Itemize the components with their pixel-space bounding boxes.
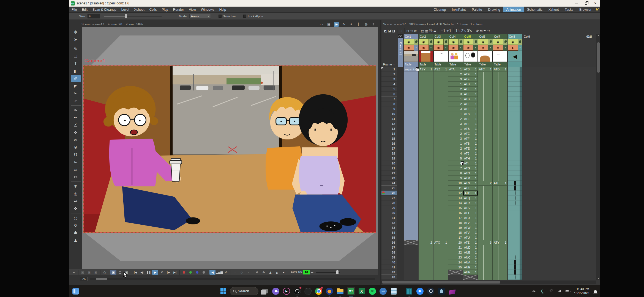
- close-sub-xsheet-icon[interactable]: ↤: [410, 29, 413, 33]
- xsheet-cell[interactable]: 19: [448, 225, 463, 230]
- frame-number-40[interactable]: 40: [381, 260, 397, 265]
- xsheet-cell[interactable]: ATB1: [463, 97, 478, 101]
- xsheet-cell[interactable]: AUA1: [463, 260, 478, 265]
- camera-view-icon[interactable]: ◉: [334, 22, 339, 27]
- save-preview-button[interactable]: ▣: [80, 270, 86, 275]
- magnet-tool[interactable]: Ω: [71, 151, 81, 158]
- fill-tool[interactable]: ◧: [71, 67, 81, 75]
- frame-number-21[interactable]: 21: [381, 166, 397, 171]
- xsheet-cell[interactable]: ATB1: [463, 141, 478, 146]
- xsheet-cell[interactable]: snipsni~: [404, 67, 418, 72]
- xsheet-cell[interactable]: ATL1: [493, 181, 507, 186]
- xsheet-cell[interactable]: ATE1: [463, 72, 478, 77]
- selective-checkbox[interactable]: [219, 15, 222, 18]
- menu-cells[interactable]: Cells: [147, 7, 159, 12]
- frame-number-9[interactable]: 9: [381, 106, 397, 111]
- frame-number-24[interactable]: 24: [381, 181, 397, 186]
- frame-number-4[interactable]: 4: [381, 82, 397, 87]
- frame-number-18[interactable]: 18: [381, 151, 397, 156]
- step-1-icon[interactable]: 1's: [455, 29, 460, 33]
- hand-tool[interactable]: ✱: [71, 229, 81, 237]
- column-menu-arrow-icon[interactable]: ▼: [429, 45, 433, 51]
- spotify-icon[interactable]: ≋: [368, 287, 376, 295]
- autorenumber-icon[interactable]: ✒: [484, 29, 486, 33]
- viewer-menu-button[interactable]: ≡: [71, 270, 77, 275]
- cell-hold[interactable]: [478, 245, 493, 280]
- column-header-col4[interactable]: Col4◉◉▼Table: [448, 34, 463, 67]
- fps-slider-knob[interactable]: [336, 270, 339, 274]
- blue-channel-button[interactable]: [194, 270, 200, 275]
- xsheet-cell[interactable]: ATU1: [463, 235, 478, 240]
- pinch-tool[interactable]: ✍: [71, 136, 81, 144]
- xsheet-cell[interactable]: 16: [448, 210, 463, 215]
- keyframe-icon[interactable]: [461, 161, 464, 165]
- column-lock-icon[interactable]: [518, 39, 522, 45]
- camstand-visible-toggle-col2[interactable]: ◉: [419, 45, 429, 51]
- steam-icon[interactable]: [427, 287, 435, 295]
- more-tools[interactable]: ▲: [71, 237, 81, 244]
- style-picker-tool[interactable]: ☞: [71, 97, 81, 105]
- opentoonz-icon[interactable]: OT: [347, 287, 355, 295]
- cell-hold[interactable]: [493, 245, 507, 280]
- camstand-visible-toggle-col8[interactable]: ◐: [508, 45, 518, 51]
- xsheet-cell[interactable]: ATF1: [463, 136, 478, 141]
- histogram-button[interactable]: ▂▄▆: [216, 270, 223, 275]
- tray-chevron-icon[interactable]: [531, 288, 536, 294]
- keyframe-button[interactable]: ◇: [239, 270, 245, 275]
- cell-hold[interactable]: [493, 186, 507, 240]
- camstand-visible-toggle-col7[interactable]: ◉: [493, 45, 503, 51]
- xsheet-cell[interactable]: ATB1: [463, 82, 478, 87]
- preview-visible-toggle-col6[interactable]: ◉: [478, 39, 488, 45]
- vertical-scrollbar-thumb[interactable]: [597, 42, 600, 73]
- preview-visible-toggle-col4[interactable]: ◉: [448, 39, 459, 45]
- frame-number-38[interactable]: 38: [381, 250, 397, 255]
- xsheet-cell[interactable]: 5: [448, 156, 463, 161]
- red-channel-button[interactable]: [181, 270, 187, 275]
- musescore-icon[interactable]: mû: [379, 287, 387, 295]
- plastic-tool[interactable]: ❖: [71, 205, 81, 212]
- step-3-icon[interactable]: 3's: [467, 29, 472, 33]
- safe-area-icon[interactable]: ▭: [319, 22, 324, 27]
- xsheet-cell[interactable]: 21: [448, 245, 463, 250]
- frame-number-36[interactable]: 36: [381, 240, 397, 245]
- wifi-icon[interactable]: [549, 288, 553, 294]
- cutter-tool[interactable]: ✄: [71, 173, 81, 181]
- xsheet-vertical-scrollbar[interactable]: ▲ ▼: [596, 34, 600, 280]
- brush-tool[interactable]: ✎: [71, 44, 81, 53]
- xsheet-cell[interactable]: 1: [448, 141, 463, 146]
- xsheet-cell[interactable]: 2: [448, 131, 463, 136]
- camstand-visible-toggle-col5[interactable]: ◉: [463, 45, 473, 51]
- frame-number-16[interactable]: 16: [381, 141, 397, 146]
- locator-button[interactable]: ⊙: [223, 270, 229, 275]
- xsheet-cell[interactable]: 2: [448, 101, 463, 106]
- preview-visible-toggle-col8[interactable]: ◉: [508, 39, 518, 45]
- column-thumbnail-col6[interactable]: [478, 51, 493, 62]
- room-tab-inknpaint[interactable]: InknPaint: [449, 7, 469, 12]
- frame-number-19[interactable]: 19: [381, 156, 397, 161]
- restore-button[interactable]: [581, 0, 591, 7]
- frame-column-header[interactable]: Frame▼: [381, 62, 397, 67]
- column-lock-icon[interactable]: [503, 39, 507, 45]
- frame-number-37[interactable]: 37: [381, 245, 397, 250]
- frame-number-43[interactable]: 43: [381, 275, 397, 280]
- cell-hold[interactable]: [433, 245, 448, 280]
- xsheet-cell[interactable]: ATG1: [463, 166, 478, 171]
- column-header-col1[interactable]: Col1◉◉▼Table: [404, 34, 418, 67]
- resave-icon[interactable]: ◨: [392, 29, 395, 33]
- xsheet-cell[interactable]: ATW1: [463, 225, 478, 230]
- kindle-icon[interactable]: [437, 287, 446, 295]
- mic-icon[interactable]: [540, 288, 545, 294]
- xsheet-cell[interactable]: ATV1: [463, 220, 478, 225]
- menu-render[interactable]: Render: [171, 7, 186, 12]
- cell-hold[interactable]: [493, 72, 507, 181]
- xsheet-cell[interactable]: ATV1: [463, 230, 478, 235]
- checkerboard-icon[interactable]: ◎: [364, 22, 369, 27]
- control-point-tool[interactable]: ✛: [71, 129, 81, 136]
- camera-view-mode-button[interactable]: ▣: [110, 270, 116, 275]
- xsheet-cell[interactable]: ATX1: [433, 240, 448, 245]
- room-tab-animation[interactable]: Animation: [503, 7, 524, 12]
- frame-number-39[interactable]: 39: [381, 255, 397, 260]
- cell-end-marker[interactable]: [404, 240, 418, 245]
- size-input[interactable]: 9: [88, 14, 100, 18]
- scroll-down-icon[interactable]: ▼: [597, 277, 600, 280]
